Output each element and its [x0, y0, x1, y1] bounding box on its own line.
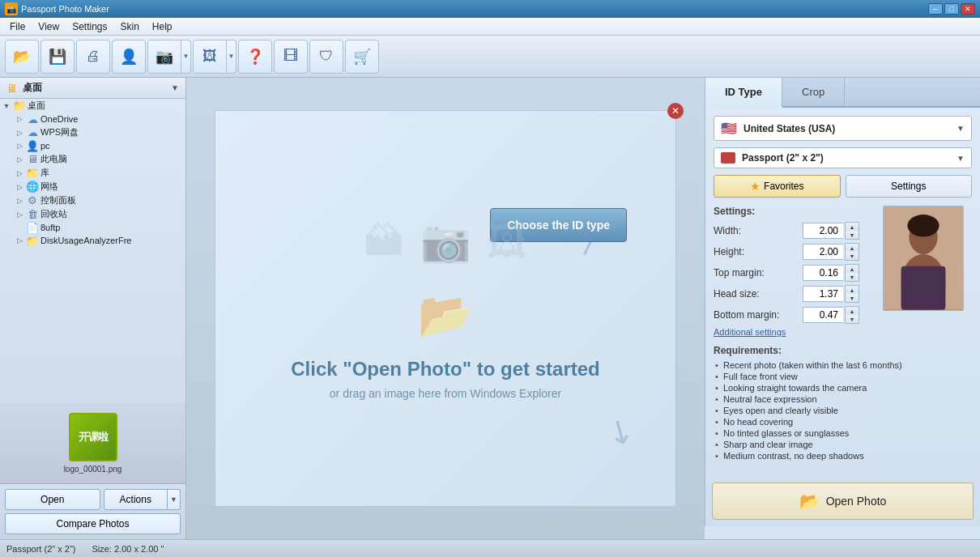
title-bar-buttons: ─ □ ✕ [928, 3, 975, 15]
toolbar-cart-btn[interactable]: 🛒 [345, 40, 379, 74]
settings-height-up[interactable]: ▲ [846, 244, 859, 252]
tree-header[interactable]: 🖥 桌面 ▼ [0, 78, 185, 99]
tree-item-disk[interactable]: ▷ 📁 DiskUsageAnalyzerFre [0, 234, 185, 247]
additional-settings-link[interactable]: Additional settings [714, 327, 972, 337]
settings-button[interactable]: Settings [846, 175, 973, 198]
tree-header-arrow-icon[interactable]: ▼ [171, 83, 179, 92]
settings-head-size-input[interactable] [803, 286, 843, 302]
close-canvas-button[interactable]: ✕ [667, 103, 684, 119]
toolbar-help-btn[interactable]: ❓ [238, 40, 272, 74]
id-type-dropdown[interactable]: Passport (2" x 2") ▼ [714, 147, 972, 168]
toolbar-image-group: 🖼 ▼ [193, 40, 236, 74]
tree-header-text: 桌面 [23, 81, 166, 95]
open-actions-row: Open Actions ▼ [5, 489, 181, 510]
tree-item-root[interactable]: ▼ 📁 桌面 [0, 99, 185, 113]
toolbar-camera-btn[interactable]: 📷 [147, 40, 181, 74]
favorites-settings-row: ★ Favorites Settings [714, 175, 972, 198]
settings-width-up[interactable]: ▲ [846, 223, 859, 231]
tree-root-label: 桌面 [28, 100, 45, 112]
center-panel[interactable]: ↗ ↘ ✕ Choose the ID type 🏔 📷 🖼 📂 Click "… [186, 78, 705, 539]
toolbar-save-btn[interactable]: 💾 [40, 40, 75, 74]
actions-arrow-button[interactable]: ▼ [168, 489, 181, 510]
settings-head-size-up[interactable]: ▲ [846, 286, 859, 294]
tree-lib-label: 库 [40, 167, 49, 179]
tree-item-onedrive[interactable]: ▷ ☁ OneDrive [0, 113, 185, 125]
toolbar-camera-group: 📷 ▼ [147, 40, 191, 74]
close-btn[interactable]: ✕ [961, 3, 975, 15]
canvas-photo-icon: 📷 [420, 218, 471, 265]
tree-item-control[interactable]: ▷ ⚙ 控制面板 [0, 193, 185, 207]
tree-expand-control: ▷ [13, 197, 26, 205]
open-button[interactable]: Open [5, 489, 100, 510]
settings-top-margin-input[interactable] [803, 265, 843, 281]
settings-head-size-down[interactable]: ▼ [846, 294, 859, 302]
toolbar-camera-arrow[interactable]: ▼ [181, 40, 191, 74]
compare-photos-button[interactable]: Compare Photos [5, 513, 181, 534]
tree-expand-wps: ▷ [13, 129, 26, 137]
toolbar-print-btn[interactable]: 🖨 [76, 40, 110, 74]
canvas-image-icon: 🖼 [487, 218, 527, 265]
canvas-sub-text: or drag an image here from Windows Explo… [330, 387, 561, 400]
tree-expand-8uftp [13, 223, 26, 232]
favorites-button-label: Favorites [764, 181, 803, 192]
settings-width-down[interactable]: ▼ [846, 231, 859, 239]
settings-bottom-margin-control: ▲ ▼ [803, 306, 859, 324]
menu-settings[interactable]: Settings [66, 19, 113, 34]
right-panel-content: 🇺🇸 United States (USA) ▼ Passport (2" x … [705, 108, 980, 476]
tree-item-network[interactable]: ▷ 🌐 网络 [0, 180, 185, 193]
menu-skin[interactable]: Skin [114, 19, 146, 34]
tab-crop[interactable]: Crop [782, 78, 845, 106]
settings-bottom-margin-up[interactable]: ▲ [846, 307, 859, 315]
tree-item-pc[interactable]: ▷ 👤 pc [0, 139, 185, 152]
settings-top-margin-down[interactable]: ▼ [846, 273, 859, 281]
file-tree[interactable]: ▼ 📁 桌面 ▷ ☁ OneDrive ▷ ☁ WPS网盘 [0, 99, 185, 403]
toolbar-image-btn[interactable]: 🖼 [193, 40, 227, 74]
tree-wps-icon: ☁ [26, 127, 39, 138]
id-type-dropdown-text: Passport (2" x 2") [742, 152, 957, 164]
maximize-btn[interactable]: □ [944, 3, 959, 15]
requirements-section: Requirements: Recent photo (taken within… [714, 345, 972, 461]
settings-top-margin-up[interactable]: ▲ [846, 265, 859, 273]
settings-bottom-margin-input[interactable] [803, 307, 843, 323]
toolbar-shield-btn[interactable]: 🛡 [309, 40, 343, 74]
canvas-landscape-icon: 🏔 [364, 218, 404, 265]
toolbar-image-arrow[interactable]: ▼ [227, 40, 236, 74]
tree-disk-icon: 📁 [26, 235, 39, 246]
settings-bottom-margin-spinner: ▲ ▼ [845, 306, 859, 324]
status-size: Size: 2.00 x 2.00 " [92, 544, 164, 554]
menu-view[interactable]: View [32, 19, 66, 34]
settings-height-down[interactable]: ▼ [846, 252, 859, 260]
tree-item-lib[interactable]: ▷ 📁 库 [0, 166, 185, 180]
tree-item-recycle[interactable]: ▷ 🗑 回收站 [0, 207, 185, 221]
toolbar-film-btn[interactable]: 🎞 [274, 40, 308, 74]
req-item-5: No head covering [714, 416, 972, 427]
canvas-placeholder-icons: 🏔 📷 🖼 [364, 218, 527, 265]
app-icon: 📷 [5, 2, 18, 15]
settings-height-input[interactable] [803, 244, 843, 260]
favorites-button[interactable]: ★ Favorites [714, 175, 841, 198]
req-item-0: Recent photo (taken within the last 6 mo… [714, 359, 972, 371]
tree-item-8uftp[interactable]: 📄 8uftp [0, 221, 185, 234]
open-photo-button[interactable]: 📂 Open Photo [712, 483, 974, 520]
tree-item-thispc[interactable]: ▷ 🖥 此电脑 [0, 152, 185, 166]
title-bar-text: Passport Photo Maker [21, 4, 928, 14]
country-dropdown[interactable]: 🇺🇸 United States (USA) ▼ [714, 116, 972, 141]
menu-help[interactable]: Help [146, 19, 179, 34]
photo-preview [883, 206, 964, 311]
menu-file[interactable]: File [3, 19, 32, 34]
toolbar-open-folder-btn[interactable]: 📂 [5, 40, 39, 74]
requirements-title: Requirements: [714, 345, 972, 356]
thumbnail-area: 开课啦 logo_00001.png [0, 403, 185, 484]
tree-item-wps[interactable]: ▷ ☁ WPS网盘 [0, 125, 185, 139]
canvas-area[interactable]: ↗ ↘ ✕ Choose the ID type 🏔 📷 🖼 📂 Click "… [215, 110, 676, 507]
settings-head-size-label: Head size: [714, 288, 803, 300]
actions-button[interactable]: Actions [104, 489, 168, 510]
svg-rect-4 [901, 266, 946, 310]
title-bar: 📷 Passport Photo Maker ─ □ ✕ [0, 0, 980, 18]
photo-placeholder [884, 206, 963, 310]
tab-id-type[interactable]: ID Type [705, 78, 782, 108]
settings-width-input[interactable] [803, 223, 843, 239]
toolbar-person-btn[interactable]: 👤 [112, 40, 146, 74]
minimize-btn[interactable]: ─ [928, 3, 943, 15]
settings-bottom-margin-down[interactable]: ▼ [846, 315, 859, 323]
